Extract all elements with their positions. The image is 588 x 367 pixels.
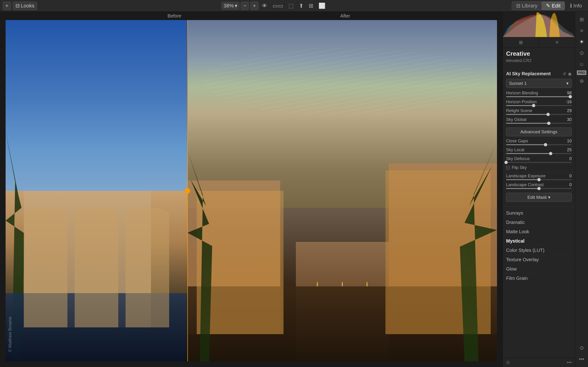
creative-items-section: Sunrays Dramatic Matte Look Mystical Col… [503,207,575,285]
panel-subtitle: elevated.CR2 [506,58,572,63]
before-after-bar: Before After [0,12,503,20]
histogram-chart [503,12,575,37]
rp-toolbar: ⊞ ≡ [503,37,575,48]
flip-sky-checkbox[interactable] [506,166,510,170]
creative-header: Creative elevated.CR2 [503,48,575,69]
library-icon: ⊟ [516,3,520,9]
creative-item-color-styles[interactable]: Color Styles (LUT) [506,246,572,255]
reset-button[interactable]: ↺ [562,71,566,76]
ai-sky-header: AI Sky Replacement ↺ ◉ [506,71,572,76]
rp-bottom-bar: ⊙ ••• [503,358,575,367]
watermark: © Matthew Browne [8,317,13,352]
creative-item-matte-look[interactable]: Matte Look [506,227,572,236]
pro-badge: PRO [577,70,586,75]
sky-preset-value: Sunset 1 [509,81,527,86]
tab-edit[interactable]: ✎ Edit [542,2,565,10]
creative-item-texture-overlay[interactable]: Texture Overlay [506,255,572,265]
horizon-blending-slider: Horizon Blending 98 [506,91,572,97]
info-tab[interactable]: ℹ Info [567,2,585,10]
rail-history-btn[interactable]: ⊙ [577,343,587,353]
tab-library[interactable]: ⊟ Library [512,2,542,10]
horizon-position-slider: Horizon Position -16 [506,100,572,106]
crop-button[interactable]: ⬚ [286,2,296,10]
looks-icon: ⊟ [15,3,20,9]
info-icon: ℹ [570,3,572,9]
rail-layers-btn[interactable]: ⊞ [577,15,587,25]
ai-sky-section: AI Sky Replacement ↺ ◉ Sunset 1 ▾ Horizo… [503,69,575,207]
export-button[interactable]: ⬆ [297,2,305,10]
right-panel: ⊞ ≡ Creative elevated.CR2 AI Sky Replace… [503,12,575,367]
image-container[interactable]: © Matthew Browne [6,20,497,361]
split-handle[interactable] [185,188,190,194]
flip-sky-row: Flip Sky [506,165,572,170]
creative-item-dramatic[interactable]: Dramatic [506,218,572,227]
icon-rail: ⊞ ≡ ☀ ⊙ ☺ PRO ⊛ ⊙ ••• [575,12,588,367]
landscape-contrast-slider: Landscape Contrast 0 [506,183,572,189]
main-toolbar: + ⊟ Looks 38% ▾ − + 👁 ▭▭ ⬚ ⬆ ⊞ ⬜ ⊟ Libra… [0,0,588,12]
ai-sky-title: AI Sky Replacement [506,71,551,76]
sky-global-slider: Sky Global 30 [506,117,572,124]
creative-item-mystical[interactable]: Mystical [506,236,572,246]
landscape-exposure-slider: Landscape Exposure 0 [506,174,572,180]
ai-sky-actions: ↺ ◉ [562,71,572,76]
rail-bag-btn[interactable]: ⊛ [577,76,587,86]
histogram-area [503,12,575,37]
sky-preset-dropdown[interactable]: Sunset 1 ▾ [506,79,572,88]
canvas-area: Before After [0,12,503,367]
rail-sliders-btn[interactable]: ≡ [577,26,587,36]
relight-scene-slider: Relight Scene 29 [506,108,572,115]
rail-more-btn[interactable]: ••• [577,354,587,364]
toggle-button[interactable]: ◉ [568,71,572,76]
flip-sky-label: Flip Sky [512,165,527,170]
rail-palette-btn[interactable]: ⊙ [577,48,587,58]
panel-title: Creative [506,50,572,57]
photo-before [6,20,187,361]
sky-defocus-slider: Sky Defocus 0 [506,156,572,163]
edit-mask-button[interactable]: Edit Mask ▾ [506,193,572,202]
image-canvas: © Matthew Browne [6,20,497,361]
compare-button[interactable]: ▭▭ [271,2,285,10]
zoom-control: 38% ▾ [221,2,239,10]
chevron-down-icon: ▾ [566,81,569,86]
view-tabs: ⊟ Library ✎ Edit [512,1,565,10]
panel-content[interactable]: Creative elevated.CR2 AI Sky Replacement… [503,48,575,358]
fullscreen-button[interactable]: ⬜ [317,2,327,10]
zoom-out-button[interactable]: − [241,2,249,10]
sky-local-slider: Sky Local 25 [506,148,572,154]
history-button[interactable]: ⊙ [506,359,510,365]
looks-button[interactable]: ⊟ Looks [13,2,37,10]
zoom-in-button[interactable]: + [250,2,259,10]
rail-sun-btn[interactable]: ☀ [577,37,587,47]
rp-sliders-btn[interactable]: ≡ [539,37,575,48]
main-area: Before After [0,12,588,367]
after-label: After [186,13,503,19]
more-button[interactable]: ••• [567,360,572,365]
add-button[interactable]: + [3,2,11,10]
preview-button[interactable]: 👁 [260,2,269,10]
chevron-down-icon: ▾ [235,3,237,9]
rail-face-btn[interactable]: ☺ [577,59,587,69]
zoom-value: 38% [224,3,234,9]
creative-item-glow[interactable]: Glow [506,265,572,274]
creative-item-film-grain[interactable]: Film Grain [506,274,572,283]
add-icon: + [5,3,9,9]
advanced-settings-button[interactable]: Advanced Settings [506,127,572,136]
divider-1 [506,172,572,173]
rp-layers-btn[interactable]: ⊞ [503,37,539,48]
before-label: Before [0,13,186,19]
photo-after [187,20,497,361]
close-gaps-slider: Close Gaps 10 [506,139,572,145]
grid-button[interactable]: ⊞ [307,2,315,10]
creative-item-sunrays[interactable]: Sunrays [506,209,572,218]
edit-icon: ✎ [546,3,550,9]
